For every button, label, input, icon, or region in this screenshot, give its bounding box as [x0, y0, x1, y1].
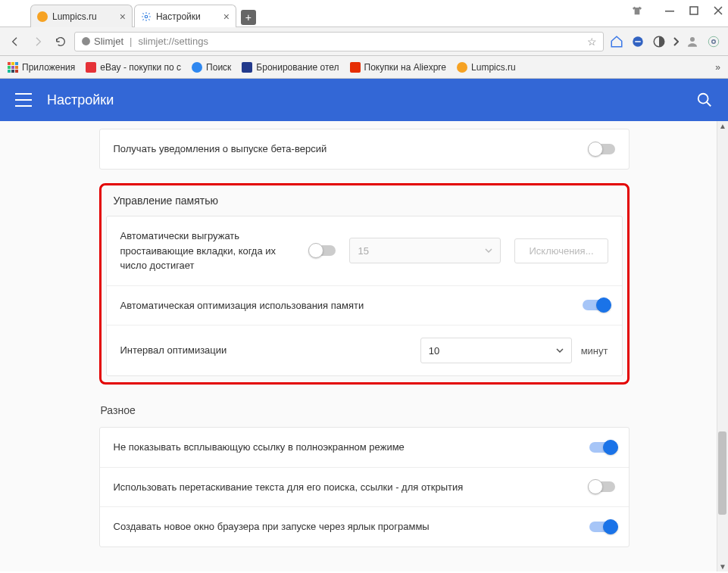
page-title: Настройки [47, 92, 114, 108]
site-label: Slimjet [94, 36, 123, 47]
svg-point-8 [712, 39, 716, 43]
svg-point-7 [708, 36, 719, 47]
auto-optimize-toggle[interactable] [583, 300, 608, 310]
apps-label: Приложения [22, 62, 75, 73]
bookmark-aliexpress[interactable]: Покупки на Aliexpre [350, 62, 446, 73]
svg-point-0 [145, 15, 148, 18]
misc-row-0: Не показывать всплывающую ссылку в полно… [100, 428, 629, 468]
chevron-down-icon [556, 348, 564, 353]
interval-select[interactable]: 10 [420, 338, 572, 363]
profile-icon[interactable] [684, 33, 701, 50]
gear-icon [141, 11, 152, 22]
close-icon[interactable]: × [120, 11, 126, 23]
chevron-right-icon[interactable] [672, 33, 680, 50]
bookmark-icon [192, 62, 202, 73]
misc-card: Не показывать всплывающую ссылку в полно… [99, 427, 630, 547]
new-tab-button[interactable]: + [241, 10, 256, 25]
beta-toggle[interactable] [589, 144, 615, 154]
scroll-up-icon[interactable]: ▲ [719, 122, 726, 130]
bookmark-icon [350, 62, 361, 73]
shirt-icon[interactable] [631, 5, 643, 17]
bookmark-icon [242, 62, 252, 73]
scrollbar-thumb[interactable] [718, 431, 726, 515]
threshold-select[interactable]: 15 [349, 238, 501, 263]
chevron-down-icon [485, 248, 492, 253]
svg-rect-17 [15, 70, 18, 73]
apps-button[interactable]: Приложения [8, 62, 75, 73]
reload-button[interactable] [52, 33, 70, 51]
tab-lumpics[interactable]: Lumpics.ru × [30, 5, 133, 27]
bookmark-label: Покупки на Aliexpre [364, 62, 446, 73]
bookmark-overflow-icon[interactable]: » [715, 62, 720, 73]
beta-row: Получать уведомления о выпуске бета-верс… [100, 129, 629, 169]
exceptions-button[interactable]: Исключения... [514, 238, 608, 263]
bookmark-icon [457, 62, 467, 73]
misc-section-title: Разное [99, 398, 630, 427]
misc-toggle-0[interactable] [589, 442, 615, 453]
interval-value: 10 [429, 345, 439, 357]
svg-rect-15 [8, 70, 11, 73]
separator: | [130, 36, 132, 47]
svg-point-6 [690, 37, 695, 42]
site-identity-icon[interactable]: Slimjet [81, 36, 123, 47]
scrollbar[interactable]: ▲ ▼ [717, 121, 728, 571]
tab-settings[interactable]: Настройки × [134, 5, 236, 27]
interval-row: Интервал оптимизации 10 минут [107, 325, 622, 375]
memory-card: Автоматически выгружать простаивающие вк… [106, 216, 623, 376]
bookmark-icon [86, 62, 96, 73]
bookmark-star-icon[interactable]: ☆ [587, 36, 597, 48]
maximize-button[interactable] [689, 5, 699, 16]
browser-toolbar: Slimjet | slimjet://settings ☆ [0, 27, 728, 56]
favicon-icon [37, 11, 48, 22]
auto-unload-label: Автоматически выгружать простаивающие вк… [120, 229, 280, 273]
address-bar[interactable]: Slimjet | slimjet://settings ☆ [74, 32, 604, 51]
auto-optimize-row: Автоматическая оптимизация использования… [107, 286, 622, 326]
svg-rect-10 [11, 62, 14, 65]
contrast-icon[interactable] [651, 33, 667, 50]
menu-gear-icon[interactable] [705, 33, 722, 50]
settings-content: Получать уведомления о выпуске бета-верс… [0, 121, 728, 571]
svg-rect-14 [15, 66, 18, 69]
minimize-button[interactable] [664, 5, 675, 16]
auto-unload-row: Автоматически выгружать простаивающие вк… [107, 216, 622, 286]
home-icon[interactable] [608, 33, 625, 50]
bookmark-booking[interactable]: Бронирование отел [242, 62, 339, 73]
bookmark-label: Lumpics.ru [471, 62, 516, 73]
svg-rect-9 [8, 62, 11, 65]
misc-toggle-2[interactable] [589, 522, 615, 532]
threshold-value: 15 [358, 245, 368, 257]
memory-section-highlight: Управление памятью Автоматически выгружа… [99, 183, 630, 385]
search-icon[interactable] [696, 92, 713, 108]
window-titlebar: Lumpics.ru × Настройки × + [0, 0, 728, 27]
svg-rect-11 [15, 62, 18, 65]
tab-strip: Lumpics.ru × Настройки × + [0, 0, 256, 27]
memory-section-title: Управление памятью [106, 190, 623, 216]
bookmark-ebay[interactable]: eBay - покупки по с [86, 62, 181, 73]
beta-card: Получать уведомления о выпуске бета-верс… [99, 129, 630, 170]
scroll-down-icon[interactable]: ▼ [719, 562, 726, 571]
svg-rect-12 [8, 66, 11, 69]
close-icon[interactable]: × [223, 11, 230, 23]
back-button[interactable] [6, 33, 24, 51]
interval-label: Интервал оптимизации [120, 343, 227, 358]
tab-title: Lumpics.ru [52, 11, 97, 22]
bookmark-label: Бронирование отел [256, 62, 339, 73]
misc-label: Использовать перетаскивание текста для е… [114, 480, 589, 495]
svg-rect-1 [665, 11, 674, 12]
beta-label: Получать уведомления о выпуске бета-верс… [114, 142, 589, 157]
misc-row-1: Использовать перетаскивание текста для е… [100, 468, 629, 508]
bookmarks-bar: Приложения eBay - покупки по с Поиск Бро… [0, 56, 728, 79]
forward-button[interactable] [29, 33, 47, 51]
bookmark-lumpics[interactable]: Lumpics.ru [457, 62, 516, 73]
menu-icon[interactable] [15, 93, 32, 107]
shield-icon[interactable] [630, 33, 646, 50]
bookmark-search[interactable]: Поиск [192, 62, 231, 73]
auto-unload-toggle[interactable] [310, 245, 336, 256]
bookmark-label: Поиск [206, 62, 231, 73]
misc-label: Создавать новое окно браузера при запуск… [114, 519, 589, 534]
url-text: slimjet://settings [138, 36, 208, 47]
window-controls [631, 5, 723, 17]
auto-optimize-label: Автоматическая оптимизация использования… [120, 298, 583, 313]
misc-toggle-1[interactable] [589, 481, 615, 492]
close-button[interactable] [713, 5, 723, 16]
